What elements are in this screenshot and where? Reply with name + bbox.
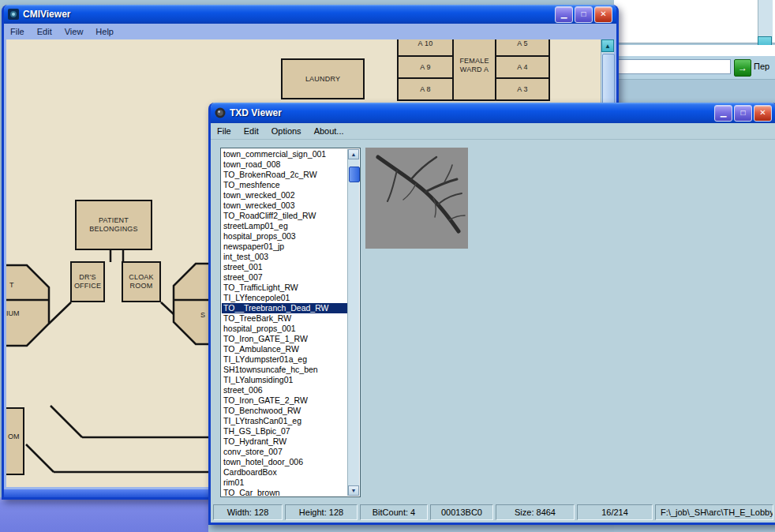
- menu-item[interactable]: Edit: [238, 125, 265, 137]
- texture-list-item[interactable]: TI_LYdumpster01a_eg: [222, 354, 348, 365]
- texture-list-item[interactable]: town_wrecked_003: [222, 200, 348, 211]
- room-label: DR'S OFFICE: [73, 273, 103, 290]
- txd-menubar: FileEditOptionsAbout...: [211, 123, 775, 140]
- cmiviewer-menubar: FileEditViewHelp: [4, 24, 616, 39]
- minimize-button[interactable]: ▁: [714, 105, 732, 122]
- texture-list-item[interactable]: town_commercial_sign_001: [222, 149, 348, 159]
- texture-list-item[interactable]: rim01: [222, 478, 348, 488]
- room-a5: A 5: [495, 39, 550, 57]
- txd-title: TXD Viewer: [230, 107, 713, 118]
- status-field: Height: 128: [285, 504, 358, 520]
- texture-list-item[interactable]: hospital_props_001: [222, 324, 348, 334]
- room-label: A 10: [418, 39, 433, 47]
- texture-list-item[interactable]: street_001: [222, 262, 348, 272]
- background-address-toolbar: → Пер: [614, 56, 775, 80]
- texture-list-item[interactable]: TI_LYalumsiding01: [222, 375, 348, 385]
- room-drs-office: DR'S OFFICE: [70, 261, 105, 302]
- room-cloak-room: CLOAK ROOM: [122, 261, 161, 302]
- list-vertical-scrollbar[interactable]: ▲ ▼: [347, 149, 359, 496]
- texture-list-item[interactable]: CardboardBox: [222, 467, 348, 478]
- texture-list-item[interactable]: TH_GS_LBpic_07: [222, 426, 348, 436]
- close-button[interactable]: ✕: [594, 6, 612, 23]
- go-arrow-icon: →: [738, 62, 747, 73]
- menu-item[interactable]: View: [58, 25, 90, 38]
- texture-list-item[interactable]: TI_LYfencepole01: [222, 293, 348, 303]
- texture-list-item[interactable]: town_wrecked_002: [222, 190, 348, 200]
- menu-item[interactable]: File: [211, 125, 238, 137]
- menu-item[interactable]: Edit: [31, 25, 58, 38]
- room-label: A 4: [517, 63, 528, 72]
- texture-list-item[interactable]: street_007: [222, 272, 348, 283]
- room-partial-om: [6, 407, 24, 475]
- texture-list-item[interactable]: SH1townsuncafe_hc_ben: [222, 365, 348, 375]
- txd-client-area: town_commercial_sign_001town_road_008TO_…: [211, 139, 775, 523]
- room-female-ward-a: FEMALE WARD A: [452, 39, 496, 101]
- scroll-thumb[interactable]: [349, 167, 360, 182]
- texture-list-item[interactable]: TO_Hydrant_RW: [222, 436, 348, 447]
- scroll-up-button[interactable]: ▲: [348, 149, 359, 159]
- room-a4: A 4: [495, 55, 550, 79]
- room-label: A 5: [517, 39, 528, 47]
- close-button[interactable]: ✕: [754, 105, 772, 122]
- room-a10: A 10: [397, 39, 454, 57]
- room-label: A 8: [420, 85, 431, 94]
- texture-list-item[interactable]: TI_LYtrashCan01_eg: [222, 416, 348, 426]
- background-page-area: [614, 0, 775, 43]
- status-field: Size: 8464: [496, 504, 575, 520]
- texture-list-item[interactable]: TO__Treebranch_Dead_RW: [222, 303, 348, 313]
- room-label: CLOAK ROOM: [126, 273, 156, 290]
- menu-item[interactable]: File: [4, 25, 31, 38]
- texture-list-item[interactable]: TO_RoadCliff2_tiled_RW: [222, 211, 348, 221]
- go-button-label: Пер: [754, 62, 769, 71]
- room-label: A 3: [517, 85, 528, 94]
- texture-list-item[interactable]: town_road_008: [222, 159, 348, 170]
- background-window-titlebar-fragment: [0, 497, 208, 532]
- txd-statusbar: Width: 128Height: 128BitCount: 400013BC0…: [213, 504, 773, 520]
- room-a8: A 8: [397, 77, 454, 101]
- texture-list-item[interactable]: streetLamp01_eg: [222, 221, 348, 231]
- menu-item[interactable]: About...: [308, 125, 350, 137]
- texture-list-item[interactable]: TO_meshfence: [222, 180, 348, 190]
- maximize-button[interactable]: □: [734, 105, 752, 122]
- maximize-button[interactable]: □: [575, 6, 593, 23]
- texture-listbox: town_commercial_sign_001town_road_008TO_…: [220, 148, 361, 497]
- texture-list-item[interactable]: TO_TreeBark_RW: [222, 313, 348, 324]
- room-label: A 9: [420, 63, 431, 72]
- texture-list-item[interactable]: town_hotel_door_006: [222, 457, 348, 467]
- texture-list-item[interactable]: TO_BrokenRoad_2c_RW: [222, 170, 348, 180]
- cmiviewer-app-icon: [8, 9, 19, 20]
- room-laundry: LAUNDRY: [281, 58, 365, 99]
- room-label: FEMALE WARD A: [459, 57, 490, 74]
- texture-list-item[interactable]: street_006: [222, 385, 348, 395]
- background-band: [614, 45, 775, 57]
- menu-item[interactable]: Options: [265, 125, 308, 137]
- cmiviewer-titlebar[interactable]: CMIViewer ▁ □ ✕: [4, 5, 616, 24]
- room-label-partial-s: S: [200, 311, 205, 319]
- minimize-button[interactable]: ▁: [555, 6, 573, 23]
- room-a3: A 3: [495, 77, 550, 101]
- texture-list-item[interactable]: TO_Iron_GATE_1_RW: [222, 334, 348, 344]
- texture-list-item[interactable]: TO_Car_brown: [222, 488, 348, 496]
- texture-list-item[interactable]: hospital_props_003: [222, 231, 348, 242]
- scroll-up-button[interactable]: ▲: [601, 39, 614, 52]
- address-input[interactable]: [616, 59, 731, 74]
- room-label-partial-ium: IUM: [6, 309, 20, 317]
- texture-list-item[interactable]: newspaper01_jp: [222, 242, 348, 252]
- texture-list-item[interactable]: TO_Benchwood_RW: [222, 406, 348, 416]
- menu-item[interactable]: Help: [89, 25, 120, 38]
- texture-list-item[interactable]: conv_store_007: [222, 447, 348, 457]
- texture-list-item[interactable]: TO_TrafficLight_RW: [222, 283, 348, 293]
- scroll-thumb[interactable]: [602, 54, 615, 104]
- txd-viewer-window: TXD Viewer ▁ □ ✕ FileEditOptionsAbout...…: [208, 103, 775, 525]
- texture-list-item[interactable]: int_test_003: [222, 252, 348, 262]
- status-field: 00013BC0: [430, 504, 493, 520]
- texture-list-item[interactable]: TO_Ambulance_RW: [222, 344, 348, 354]
- txd-titlebar[interactable]: TXD Viewer ▁ □ ✕: [211, 103, 775, 123]
- texture-list-item[interactable]: TO_Iron_GATE_2_RW: [222, 395, 348, 406]
- room-patient-belongings: PATIENT BELONGINGS: [75, 200, 152, 250]
- texture-preview-image: [365, 148, 468, 249]
- scroll-down-button[interactable]: ▼: [348, 485, 359, 496]
- desktop: → Пер CMIViewer ▁ □ ✕ FileEditViewHelp: [0, 0, 775, 532]
- go-button[interactable]: →: [734, 59, 751, 77]
- room-label: LAUNDRY: [305, 75, 340, 84]
